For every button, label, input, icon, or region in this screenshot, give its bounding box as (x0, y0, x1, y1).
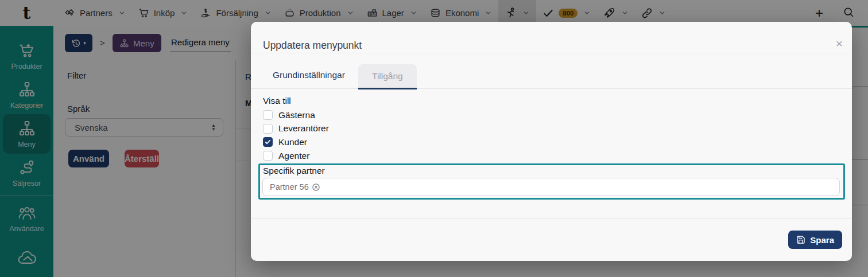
save-button[interactable]: Spara (788, 231, 842, 249)
close-icon[interactable]: × (836, 38, 843, 49)
checkbox-row-agenter[interactable]: Agenter (263, 149, 329, 163)
checkbox-label: Agenter (278, 151, 309, 161)
checkbox-label: Leverantörer (278, 123, 329, 134)
save-button-label: Spara (810, 235, 834, 245)
tab-tillgang[interactable]: Tillgång (358, 64, 417, 89)
checkbox-label: Kunder (278, 137, 307, 147)
remove-tag-icon[interactable] (312, 183, 320, 192)
checkbox-unchecked[interactable] (263, 110, 273, 120)
checkbox-unchecked[interactable] (263, 151, 273, 161)
check-icon (265, 139, 271, 145)
visibility-checkbox-list: Gästerna Leverantörer Kunder Agenter (263, 108, 329, 162)
specific-partner-label: Specifik partner (263, 166, 325, 176)
partner-tag-label: Partner 56 (270, 182, 309, 192)
checkbox-unchecked[interactable] (263, 124, 273, 134)
tab-grundinstallningar[interactable]: Grundinställningar (273, 70, 345, 88)
show-to-label: Visa till (263, 96, 291, 106)
modal-tabs: Grundinställningar Tillgång (251, 53, 852, 89)
partner-tag: Partner 56 (270, 182, 320, 192)
specific-partner-highlight: Specifik partner Partner 56 (258, 163, 845, 200)
checkbox-checked[interactable] (263, 137, 273, 147)
modal-footer-divider (251, 218, 852, 219)
checkbox-row-gasterna[interactable]: Gästerna (263, 108, 329, 122)
modal-title: Uppdatera menypunkt (263, 40, 362, 52)
update-menu-item-modal: Uppdatera menypunkt × Grundinställningar… (251, 22, 852, 261)
specific-partner-input[interactable]: Partner 56 (262, 178, 840, 196)
save-disk-icon (796, 235, 805, 244)
checkbox-label: Gästerna (278, 110, 315, 120)
checkbox-row-kunder[interactable]: Kunder (263, 135, 329, 149)
checkbox-row-leverantorer[interactable]: Leverantörer (263, 122, 329, 136)
app-window: t Partners Inköp Försäljning Produktion (0, 0, 868, 277)
